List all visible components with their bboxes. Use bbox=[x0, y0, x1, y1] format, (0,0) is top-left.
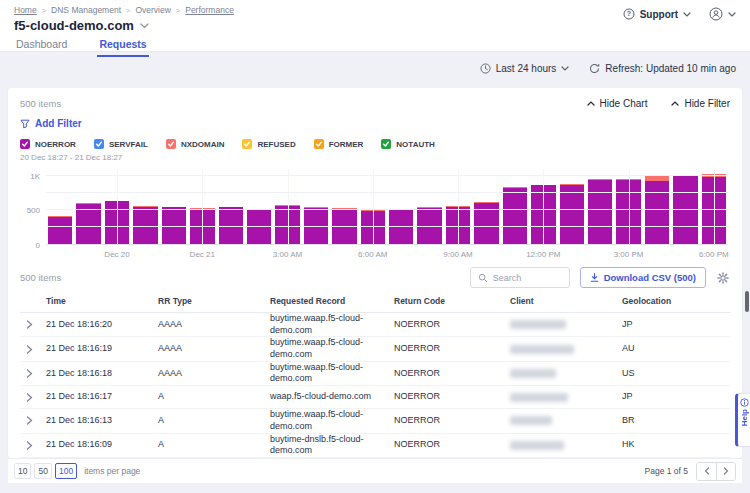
chart-bar[interactable] bbox=[133, 169, 157, 244]
prev-page-button[interactable] bbox=[697, 463, 716, 480]
table-row[interactable]: 21 Dec 18:16:13Abuytime.waap.f5-cloud-de… bbox=[20, 409, 730, 433]
x-tick-label: 6:00 PM bbox=[699, 250, 729, 259]
filter-refused[interactable]: REFUSED bbox=[242, 139, 295, 149]
account-menu[interactable] bbox=[709, 7, 736, 21]
breadcrumb-item[interactable]: DNS Management bbox=[51, 5, 121, 15]
table-settings-button[interactable] bbox=[716, 272, 730, 284]
checkbox-icon bbox=[94, 139, 104, 149]
filter-nxdomain[interactable]: NXDOMAIN bbox=[166, 139, 225, 149]
table-row[interactable]: 21 Dec 18:16:20AAAAbuytime.waap.f5-cloud… bbox=[20, 313, 730, 337]
chart-bar[interactable] bbox=[645, 169, 669, 244]
filter-notauth[interactable]: NOTAUTH bbox=[381, 139, 435, 149]
row-expand-chevron-icon[interactable] bbox=[24, 439, 35, 452]
tab-requests[interactable]: Requests bbox=[97, 38, 148, 57]
time-range-label: Last 24 hours bbox=[496, 63, 557, 74]
filter-funnel-icon bbox=[20, 119, 30, 129]
next-page-button[interactable] bbox=[716, 463, 735, 480]
refresh-button[interactable]: Refresh: Updated 10 min ago bbox=[589, 63, 736, 74]
support-label: Support bbox=[640, 9, 678, 20]
cell-requested-record: buytime.waap.f5-cloud-demo.com bbox=[270, 409, 394, 432]
hide-filter-button[interactable]: Hide Filter bbox=[671, 98, 730, 109]
cell-geolocation: JP bbox=[622, 391, 730, 403]
table-items-count: 500 items bbox=[20, 272, 61, 283]
row-expand-chevron-icon[interactable] bbox=[24, 318, 35, 331]
table-row[interactable]: 21 Dec 18:16:09Abuytime-dnslb.f5-cloud-d… bbox=[20, 434, 730, 458]
breadcrumb-item[interactable]: Performance bbox=[185, 5, 234, 15]
gridline-vertical bbox=[458, 169, 459, 244]
add-filter-button[interactable]: Add Filter bbox=[20, 118, 730, 129]
chart-items-count: 500 items bbox=[20, 98, 61, 109]
page-size-50[interactable]: 50 bbox=[34, 463, 51, 479]
gridline-vertical bbox=[288, 169, 289, 244]
chart-bar[interactable] bbox=[503, 169, 527, 244]
tab-dashboard[interactable]: Dashboard bbox=[14, 38, 69, 57]
table-row[interactable]: 21 Dec 18:16:19AAAAbuytime.waap.f5-cloud… bbox=[20, 337, 730, 361]
hide-chart-button[interactable]: Hide Chart bbox=[587, 98, 648, 109]
chart-bar[interactable] bbox=[219, 169, 243, 244]
chart-bar[interactable] bbox=[474, 169, 498, 244]
chart-bar[interactable] bbox=[76, 169, 100, 244]
page-size-10[interactable]: 10 bbox=[14, 463, 31, 479]
page-info: Page 1 of 5 bbox=[645, 466, 688, 476]
chart-bar[interactable] bbox=[304, 169, 328, 244]
filter-servfail[interactable]: SERVFAIL bbox=[94, 139, 148, 149]
gridline bbox=[46, 175, 728, 176]
filter-label: REFUSED bbox=[257, 140, 295, 149]
cell-rr-type: AAAA bbox=[158, 343, 270, 355]
cell-geolocation: JP bbox=[622, 319, 730, 331]
download-csv-button[interactable]: Download CSV (500) bbox=[580, 267, 706, 288]
requests-bar-chart: 05001K Dec 20Dec 213:00 AM6:00 AM9:00 AM… bbox=[20, 164, 730, 259]
chart-bar[interactable] bbox=[560, 169, 584, 244]
time-range-selector[interactable]: Last 24 hours bbox=[480, 63, 570, 74]
gridline-vertical bbox=[629, 169, 630, 244]
breadcrumb-separator: > bbox=[176, 6, 180, 15]
cell-client bbox=[510, 345, 622, 354]
column-header: Return Code bbox=[394, 296, 510, 306]
scrollbar-thumb[interactable] bbox=[745, 291, 749, 312]
chart-bar[interactable] bbox=[48, 169, 72, 244]
support-menu[interactable]: ? Support bbox=[623, 8, 691, 20]
user-circle-icon bbox=[709, 7, 723, 21]
chart-bar[interactable] bbox=[389, 169, 413, 244]
gear-icon bbox=[717, 272, 729, 284]
cell-rr-type: A bbox=[158, 391, 270, 403]
filter-noerror[interactable]: NOERROR bbox=[20, 139, 76, 149]
chevron-up-icon bbox=[671, 101, 679, 106]
breadcrumb-item[interactable]: Overview bbox=[135, 5, 170, 15]
chart-bar[interactable] bbox=[162, 169, 186, 244]
row-expand-chevron-icon[interactable] bbox=[24, 391, 35, 404]
chevron-down-icon bbox=[683, 12, 691, 17]
chart-bar[interactable] bbox=[332, 169, 356, 244]
gridline-vertical bbox=[714, 169, 715, 244]
chart-bar[interactable] bbox=[417, 169, 441, 244]
chart-bar[interactable] bbox=[673, 169, 697, 244]
table-row[interactable]: 21 Dec 18:16:18AAAAbuytime.waap.f5-cloud… bbox=[20, 362, 730, 386]
table-row[interactable]: 21 Dec 18:16:17Awaap.f5-cloud-demo.comNO… bbox=[20, 386, 730, 409]
cell-requested-record: buytime-dnslb.f5-cloud-demo.com bbox=[270, 434, 394, 457]
filter-former[interactable]: FORMER bbox=[314, 139, 364, 149]
search-input[interactable] bbox=[493, 273, 562, 283]
x-tick-label: 6:00 AM bbox=[358, 250, 387, 259]
search-icon bbox=[478, 273, 488, 283]
bar-segment-noerror bbox=[645, 181, 669, 244]
chart-bar[interactable] bbox=[247, 169, 271, 244]
row-expand-chevron-icon[interactable] bbox=[24, 343, 35, 356]
expand-cell bbox=[20, 391, 46, 404]
title-dropdown-chevron-icon[interactable] bbox=[140, 23, 149, 29]
breadcrumb-item[interactable]: Home bbox=[14, 5, 37, 15]
cell-geolocation: AU bbox=[622, 343, 730, 355]
chart-bar[interactable] bbox=[588, 169, 612, 244]
column-header: RR Type bbox=[158, 296, 270, 306]
row-expand-chevron-icon[interactable] bbox=[24, 414, 35, 427]
client-redacted-value bbox=[510, 441, 564, 450]
row-expand-chevron-icon[interactable] bbox=[24, 367, 35, 380]
help-tab[interactable]: Help bbox=[735, 393, 750, 447]
checkbox-icon bbox=[381, 139, 391, 149]
client-redacted-value bbox=[510, 345, 574, 354]
page-size-100[interactable]: 100 bbox=[55, 463, 77, 479]
cell-geolocation: US bbox=[622, 368, 730, 380]
bar-segment-noerror bbox=[48, 217, 72, 244]
checkbox-icon bbox=[166, 139, 176, 149]
return-code-filters: NOERRORSERVFAILNXDOMAINREFUSEDFORMERNOTA… bbox=[20, 139, 730, 149]
filter-label: NOTAUTH bbox=[396, 140, 435, 149]
